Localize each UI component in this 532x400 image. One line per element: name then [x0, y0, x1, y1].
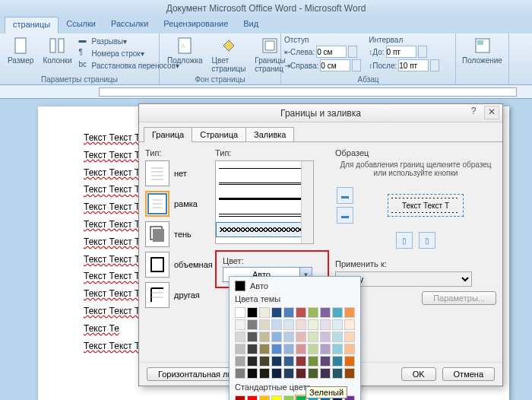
color-swatch[interactable] — [344, 332, 355, 342]
color-swatch[interactable] — [308, 356, 318, 367]
color-swatch[interactable] — [271, 368, 282, 379]
color-swatch[interactable] — [283, 344, 294, 354]
color-swatch[interactable] — [271, 344, 282, 354]
color-swatch[interactable] — [283, 368, 294, 379]
color-swatch[interactable] — [296, 395, 306, 400]
color-swatch[interactable] — [247, 368, 258, 379]
color-swatch[interactable] — [296, 368, 306, 379]
color-swatch[interactable] — [271, 395, 282, 400]
setting-shadow[interactable]: тень — [145, 221, 215, 247]
color-swatch[interactable] — [308, 319, 318, 330]
color-swatch[interactable] — [259, 332, 270, 342]
spinner[interactable] — [348, 46, 357, 58]
color-swatch[interactable] — [259, 395, 270, 400]
color-swatch[interactable] — [247, 332, 258, 342]
spacing-before-input[interactable] — [386, 46, 416, 58]
color-swatch[interactable] — [296, 307, 306, 318]
color-swatch[interactable] — [344, 356, 355, 367]
border-bottom-button[interactable]: ▬ — [337, 207, 353, 224]
color-swatch[interactable] — [332, 319, 343, 330]
color-swatch[interactable] — [296, 319, 306, 330]
color-swatch[interactable] — [283, 395, 294, 400]
color-swatch[interactable] — [320, 356, 331, 367]
color-swatch[interactable] — [235, 319, 245, 330]
color-swatch[interactable] — [271, 356, 282, 367]
spacing-after-input[interactable] — [398, 59, 429, 71]
color-swatch[interactable] — [308, 307, 318, 318]
color-swatch[interactable] — [259, 319, 270, 330]
preview-sample[interactable]: Текст Текст Т — [388, 194, 464, 217]
color-swatch[interactable] — [332, 356, 343, 367]
indent-left-input[interactable] — [316, 46, 347, 58]
color-swatch[interactable] — [308, 368, 318, 379]
color-swatch[interactable] — [235, 395, 245, 400]
color-swatch[interactable] — [283, 319, 294, 330]
position-button[interactable]: Положение — [459, 35, 505, 66]
color-auto[interactable]: Авто — [232, 279, 358, 293]
color-swatch[interactable] — [296, 344, 306, 354]
color-swatch[interactable] — [235, 356, 245, 367]
color-swatch[interactable] — [235, 344, 245, 354]
setting-none[interactable]: нет — [145, 160, 215, 186]
ribbon-tab-view[interactable]: Вид — [236, 17, 266, 33]
spinner[interactable] — [430, 59, 439, 71]
border-left-button[interactable]: ▯ — [396, 232, 413, 249]
spinner[interactable] — [418, 46, 427, 58]
color-swatch[interactable] — [332, 332, 343, 342]
indent-right-input[interactable] — [320, 59, 350, 71]
style-list[interactable] — [215, 160, 314, 244]
color-swatch[interactable] — [259, 344, 270, 354]
color-swatch[interactable] — [320, 307, 331, 318]
border-top-button[interactable]: ▬ — [337, 187, 353, 204]
tab-border[interactable]: Граница — [144, 127, 192, 142]
size-button[interactable]: Размер — [3, 35, 38, 71]
color-swatch[interactable] — [344, 319, 355, 330]
color-swatch[interactable] — [332, 307, 343, 318]
setting-custom[interactable]: другая — [145, 282, 215, 308]
cancel-button[interactable]: Отмена — [442, 367, 495, 381]
color-swatch[interactable] — [271, 319, 282, 330]
color-swatch[interactable] — [247, 356, 258, 367]
color-swatch[interactable] — [283, 356, 294, 367]
color-swatch[interactable] — [259, 356, 270, 367]
spinner[interactable] — [352, 59, 361, 71]
color-swatch[interactable] — [332, 368, 343, 379]
ok-button[interactable]: OK — [401, 367, 436, 381]
color-swatch[interactable] — [271, 332, 282, 342]
color-swatch[interactable] — [259, 307, 270, 318]
color-swatch[interactable] — [296, 332, 306, 342]
ribbon-tab-mailings[interactable]: Рассылки — [103, 17, 156, 33]
ribbon-tab-references[interactable]: Ссылки — [59, 17, 103, 33]
tab-page[interactable]: Страница — [192, 127, 246, 142]
help-button[interactable]: ? — [466, 106, 481, 119]
page-color-button[interactable]: Цвет страницы — [207, 35, 251, 75]
color-swatch[interactable] — [247, 319, 258, 330]
color-swatch[interactable] — [344, 344, 355, 354]
color-swatch[interactable] — [296, 356, 306, 367]
color-swatch[interactable] — [271, 307, 282, 318]
close-button[interactable]: ✕ — [484, 106, 499, 119]
color-swatch[interactable] — [247, 344, 258, 354]
columns-button[interactable]: Колонки — [38, 35, 76, 71]
color-swatch[interactable] — [332, 344, 343, 354]
color-swatch[interactable] — [308, 344, 318, 354]
color-swatch[interactable] — [308, 332, 318, 342]
scrollbar[interactable] — [301, 161, 313, 243]
color-swatch[interactable] — [247, 395, 258, 400]
color-swatch[interactable] — [344, 307, 355, 318]
color-swatch[interactable] — [259, 368, 270, 379]
color-swatch[interactable] — [235, 368, 245, 379]
ribbon-tab-review[interactable]: Рецензирование — [156, 17, 236, 33]
color-swatch[interactable] — [320, 344, 331, 354]
color-swatch[interactable] — [283, 332, 294, 342]
color-swatch[interactable] — [283, 307, 294, 318]
color-swatch[interactable] — [320, 368, 331, 379]
color-swatch[interactable] — [247, 307, 258, 318]
color-swatch[interactable] — [320, 332, 331, 342]
border-right-button[interactable]: ▯ — [419, 232, 435, 249]
setting-3d[interactable]: объемная — [145, 252, 215, 278]
color-swatch[interactable] — [235, 332, 245, 342]
watermark-button[interactable]: AПодложка — [163, 35, 207, 75]
color-swatch[interactable] — [344, 368, 355, 379]
color-swatch[interactable] — [320, 319, 331, 330]
